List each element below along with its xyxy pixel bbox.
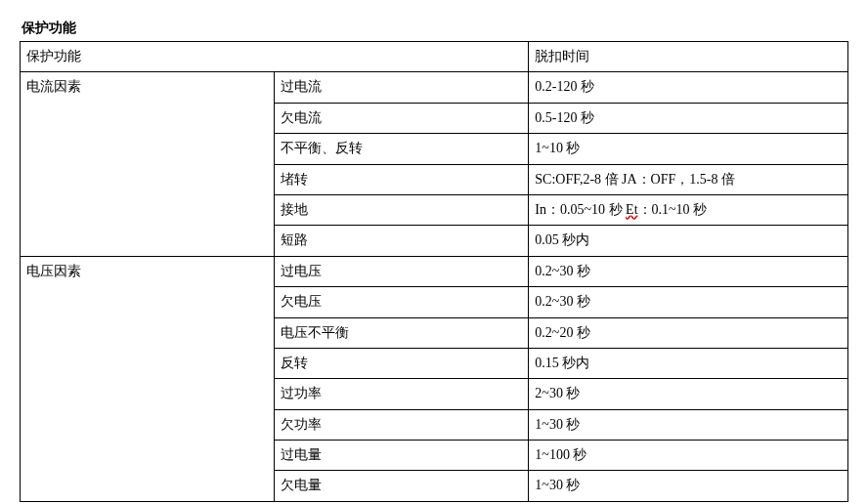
table-row: 电流因素过电流0.2-120 秒 bbox=[21, 72, 848, 103]
subitem-cell: 反转 bbox=[274, 348, 529, 378]
value-cell: SC:OFF,2-8 倍 JA：OFF，1.5-8 倍 bbox=[529, 164, 848, 194]
subitem-cell: 过功率 bbox=[274, 379, 529, 409]
subitem-cell: 欠电压 bbox=[274, 287, 529, 317]
value-cell: 0.2~30 秒 bbox=[529, 287, 848, 317]
value-cell: 2~30 秒 bbox=[529, 379, 848, 409]
subitem-cell: 不平衡、反转 bbox=[274, 134, 529, 164]
protection-table: 保护功能脱扣时间电流因素过电流0.2-120 秒欠电流0.5-120 秒不平衡、… bbox=[20, 41, 848, 502]
value-cell: 1~30 秒 bbox=[529, 409, 848, 440]
value-cell: 1~30 秒 bbox=[529, 471, 848, 501]
subitem-cell: 欠功率 bbox=[274, 409, 529, 440]
header-left: 保护功能 bbox=[21, 42, 529, 72]
page-title: 保护功能 bbox=[20, 20, 848, 37]
category-cell: 电压因素 bbox=[21, 256, 275, 501]
subitem-cell: 短路 bbox=[274, 226, 529, 256]
subitem-cell: 欠电量 bbox=[274, 471, 529, 501]
subitem-cell: 过电流 bbox=[274, 72, 529, 103]
subitem-cell: 电压不平衡 bbox=[274, 317, 529, 348]
value-cell: 1~10 秒 bbox=[529, 134, 848, 164]
subitem-cell: 过电压 bbox=[274, 256, 529, 286]
value-cell: 1~100 秒 bbox=[529, 441, 848, 471]
category-cell: 电流因素 bbox=[21, 72, 275, 256]
subitem-cell: 接地 bbox=[274, 194, 529, 225]
value-cell: 0.2~30 秒 bbox=[529, 256, 848, 286]
value-cell: 0.2-120 秒 bbox=[529, 72, 848, 103]
value-cell: 0.5-120 秒 bbox=[529, 103, 848, 133]
value-cell: 0.15 秒内 bbox=[529, 348, 848, 378]
header-right: 脱扣时间 bbox=[529, 42, 848, 72]
table-row: 电压因素过电压0.2~30 秒 bbox=[21, 256, 848, 286]
value-cell: 0.05 秒内 bbox=[529, 226, 848, 256]
subitem-cell: 欠电流 bbox=[274, 103, 529, 133]
value-cell: 0.2~20 秒 bbox=[529, 317, 848, 348]
subitem-cell: 堵转 bbox=[274, 164, 529, 194]
spellcheck-mark: Et bbox=[626, 202, 637, 217]
subitem-cell: 过电量 bbox=[274, 441, 529, 471]
value-cell: In：0.05~10 秒 Et：0.1~10 秒 bbox=[529, 194, 848, 225]
